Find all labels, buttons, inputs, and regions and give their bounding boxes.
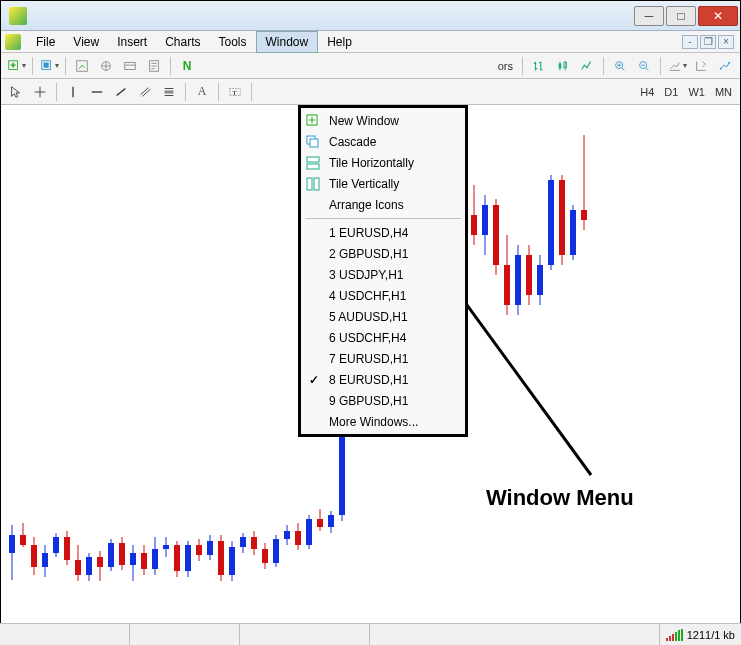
menu-tile-horizontally[interactable]: Tile Horizontally	[301, 152, 465, 173]
menu-window-2[interactable]: 2 GBPUSD,H1	[301, 243, 465, 264]
connection-bars-icon	[666, 629, 683, 641]
cascade-icon	[305, 134, 321, 150]
doc-restore-button[interactable]: ❐	[700, 35, 716, 49]
svg-rect-64	[273, 539, 279, 563]
menu-insert[interactable]: Insert	[108, 32, 156, 52]
menu-more-windows[interactable]: More Windows...	[301, 411, 465, 432]
auto-scroll-button[interactable]	[666, 55, 688, 77]
chart-area[interactable]: New Window Cascade Tile Horizontally Til…	[1, 105, 740, 625]
bar-chart-button[interactable]	[528, 55, 550, 77]
menu-window-8[interactable]: 8 EURUSD,H1	[301, 369, 465, 390]
svg-rect-106	[504, 265, 510, 305]
svg-rect-54	[218, 541, 224, 575]
menu-window-4[interactable]: 4 USDCHF,H1	[301, 285, 465, 306]
candle-chart-button[interactable]	[552, 55, 574, 77]
menu-cascade[interactable]: Cascade	[301, 131, 465, 152]
minimize-button[interactable]: ─	[634, 6, 664, 26]
fibonacci-button[interactable]	[158, 81, 180, 103]
svg-rect-118	[570, 210, 576, 255]
text-button[interactable]: A	[191, 81, 213, 103]
status-cell-1	[0, 624, 130, 645]
svg-rect-125	[307, 164, 319, 169]
menu-window-label: 9 GBPUSD,H1	[329, 394, 408, 408]
menu-help[interactable]: Help	[318, 32, 361, 52]
menu-window-1[interactable]: 1 EURUSD,H4	[301, 222, 465, 243]
svg-rect-50	[196, 545, 202, 555]
trendline-button[interactable]	[110, 81, 132, 103]
menu-arrange-label: Arrange Icons	[329, 198, 404, 212]
text-label-button[interactable]: T	[224, 81, 246, 103]
status-connection: 1211/1 kb	[660, 624, 741, 645]
tile-h-icon	[305, 155, 321, 171]
channel-button[interactable]	[134, 81, 156, 103]
menu-window-7[interactable]: 7 EURUSD,H1	[301, 348, 465, 369]
menu-file[interactable]: File	[27, 32, 64, 52]
menu-window-label: 6 USDCHF,H4	[329, 331, 406, 345]
svg-rect-38	[130, 553, 136, 565]
terminal-button[interactable]	[119, 55, 141, 77]
menu-window-3[interactable]: 3 USDJPY,H1	[301, 264, 465, 285]
menu-tile-vertically[interactable]: Tile Vertically	[301, 173, 465, 194]
profiles-button[interactable]	[38, 55, 60, 77]
maximize-button[interactable]: □	[666, 6, 696, 26]
menu-window-5[interactable]: 5 AUDUSD,H1	[301, 306, 465, 327]
svg-rect-68	[295, 531, 301, 545]
horizontal-line-button[interactable]	[86, 81, 108, 103]
menu-new-window[interactable]: New Window	[301, 110, 465, 131]
status-cell-2	[130, 624, 240, 645]
timeframe-mn[interactable]: MN	[711, 86, 736, 98]
line-chart-button[interactable]	[576, 55, 598, 77]
svg-rect-127	[314, 178, 319, 190]
svg-rect-76	[339, 425, 345, 515]
new-order-button[interactable]: N	[176, 55, 198, 77]
svg-rect-104	[493, 205, 499, 265]
vertical-line-button[interactable]	[62, 81, 84, 103]
cursor-button[interactable]	[5, 81, 27, 103]
svg-rect-2	[43, 62, 48, 67]
svg-rect-102	[482, 205, 488, 235]
svg-rect-42	[152, 549, 158, 569]
svg-rect-58	[240, 537, 246, 547]
svg-rect-123	[310, 139, 318, 147]
zoom-in-button[interactable]	[609, 55, 631, 77]
tester-button[interactable]	[143, 55, 165, 77]
menu-window-9[interactable]: 9 GBPUSD,H1	[301, 390, 465, 411]
navigator-button[interactable]	[95, 55, 117, 77]
menu-window[interactable]: Window	[256, 31, 319, 53]
market-watch-button[interactable]	[71, 55, 93, 77]
svg-rect-108	[515, 255, 521, 305]
chart-shift-button[interactable]	[690, 55, 712, 77]
svg-rect-120	[581, 210, 587, 220]
crosshair-button[interactable]	[29, 81, 51, 103]
timeframe-d1[interactable]: D1	[660, 86, 682, 98]
svg-rect-110	[526, 255, 532, 295]
svg-rect-30	[86, 557, 92, 575]
close-button[interactable]: ✕	[698, 6, 738, 26]
svg-rect-66	[284, 531, 290, 539]
svg-rect-22	[42, 553, 48, 567]
timeframe-w1[interactable]: W1	[684, 86, 709, 98]
svg-rect-52	[207, 541, 213, 555]
doc-minimize-button[interactable]: -	[682, 35, 698, 49]
menu-window-label: 3 USDJPY,H1	[329, 268, 403, 282]
timeframe-h4[interactable]: H4	[636, 86, 658, 98]
new-chart-button[interactable]	[5, 55, 27, 77]
svg-rect-74	[328, 515, 334, 527]
window-menu-dropdown: New Window Cascade Tile Horizontally Til…	[298, 105, 468, 437]
indicators-button[interactable]	[714, 55, 736, 77]
zoom-out-button[interactable]	[633, 55, 655, 77]
svg-rect-26	[64, 537, 70, 560]
menu-tools[interactable]: Tools	[210, 32, 256, 52]
svg-rect-16	[9, 535, 15, 553]
menu-arrange-icons[interactable]: Arrange Icons	[301, 194, 465, 215]
menu-window-label: 4 USDCHF,H1	[329, 289, 406, 303]
menu-charts[interactable]: Charts	[156, 32, 209, 52]
doc-close-button[interactable]: ×	[718, 35, 734, 49]
svg-rect-24	[53, 537, 59, 553]
svg-rect-36	[119, 543, 125, 565]
svg-rect-72	[317, 519, 323, 527]
menu-view[interactable]: View	[64, 32, 108, 52]
svg-rect-44	[163, 545, 169, 549]
menu-window-label: 8 EURUSD,H1	[329, 373, 408, 387]
menu-window-6[interactable]: 6 USDCHF,H4	[301, 327, 465, 348]
